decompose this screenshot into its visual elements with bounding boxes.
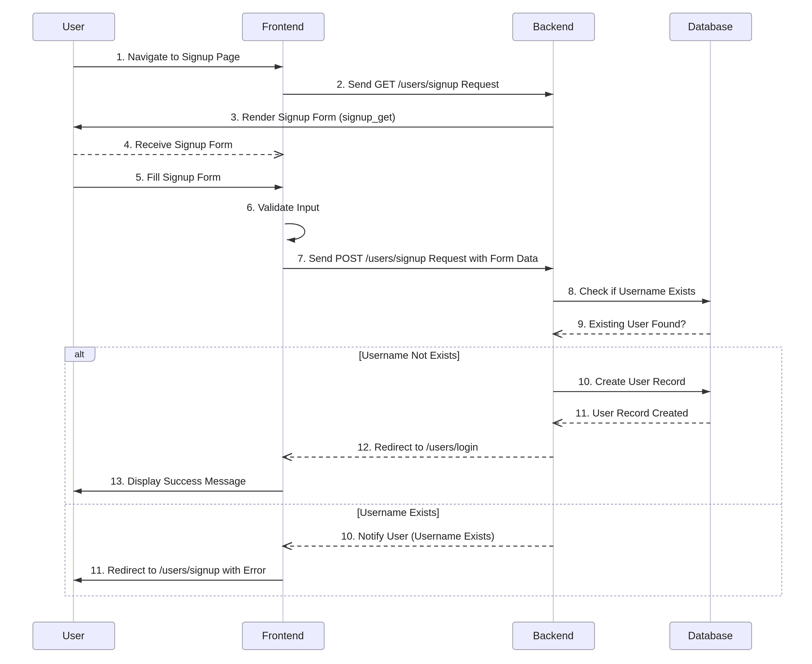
actor-backend-top: Backend [513, 13, 594, 41]
actor-database-label-bottom: Database [688, 630, 733, 641]
msg-11b-label: 11. Redirect to /users/signup with Error [91, 565, 266, 576]
actor-frontend-top: Frontend [242, 13, 324, 41]
msg-10a-label: 10. Create User Record [578, 376, 685, 387]
msg-6-self-loop [285, 224, 305, 240]
msg-2-label: 2. Send GET /users/signup Request [337, 79, 499, 90]
actor-user-label: User [62, 21, 84, 33]
msg-12a-label: 12. Redirect to /users/login [357, 441, 478, 453]
actor-frontend-label: Frontend [262, 21, 304, 33]
actor-database-top: Database [670, 13, 752, 41]
msg-11a-label: 11. User Record Created [575, 407, 688, 418]
msg-9-label: 9. Existing User Found? [578, 318, 686, 330]
msg-13a-label: 13. Display Success Message [110, 475, 246, 487]
msg-1-label: 1. Navigate to Signup Page [117, 51, 240, 62]
actor-backend-label-bottom: Backend [533, 630, 574, 641]
actor-database-bottom: Database [670, 622, 752, 649]
alt-guard-1: [Username Not Exists] [359, 350, 460, 361]
actor-backend-bottom: Backend [513, 622, 594, 649]
actor-backend-label: Backend [533, 21, 574, 33]
actor-frontend-label-bottom: Frontend [262, 630, 304, 641]
msg-8-label: 8. Check if Username Exists [568, 286, 695, 297]
actor-user-top: User [33, 13, 115, 41]
msg-10b-label: 10. Notify User (Username Exists) [341, 531, 494, 542]
actor-frontend-bottom: Frontend [242, 622, 324, 649]
sequence-diagram: User Frontend Backend Database 1. Naviga… [0, 0, 812, 664]
alt-guard-2: [Username Exists] [357, 507, 439, 518]
alt-label-text: alt [75, 349, 84, 359]
msg-4-label: 4. Receive Signup Form [124, 139, 232, 150]
msg-7-label: 7. Send POST /users/signup Request with … [297, 253, 538, 264]
msg-5-label: 5. Fill Signup Form [136, 172, 221, 183]
msg-3-label: 3. Render Signup Form (signup_get) [231, 111, 395, 123]
actor-database-label: Database [688, 21, 733, 33]
actor-user-bottom: User [33, 622, 115, 649]
msg-6-label: 6. Validate Input [247, 202, 319, 213]
actor-user-label-bottom: User [62, 630, 84, 641]
